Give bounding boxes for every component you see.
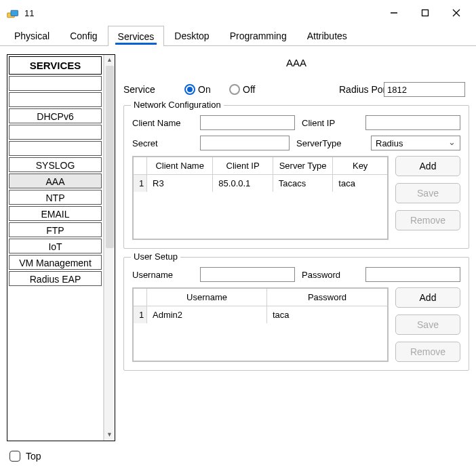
sidebar-item-ntp[interactable]: NTP xyxy=(9,190,102,205)
radio-off-icon xyxy=(229,84,240,95)
nc-col-key: Key xyxy=(333,157,387,174)
scroll-down-icon[interactable]: ▼ xyxy=(104,430,115,441)
nc-col-server-type: Server Type xyxy=(273,157,334,174)
tab-attributes[interactable]: Attributes xyxy=(297,25,357,45)
nc-row-idx: 1 xyxy=(134,175,147,192)
password-input[interactable] xyxy=(365,267,460,282)
sidebar-item-radius-eap[interactable]: Radius EAP xyxy=(9,271,102,286)
tab-physical[interactable]: Physical xyxy=(4,25,60,45)
svg-rect-3 xyxy=(422,10,429,16)
sidebar-item-dhcpv6[interactable]: DHCPv6 xyxy=(9,108,102,123)
tab-programming[interactable]: Programming xyxy=(220,25,297,45)
sidebar-item-vm-management[interactable]: VM Management xyxy=(9,255,102,270)
radius-port-label: Radius Port xyxy=(339,84,380,95)
scroll-up-icon[interactable]: ▲ xyxy=(104,55,115,66)
client-name-label: Client Name xyxy=(132,118,193,128)
user-setup-legend: User Setup xyxy=(131,251,180,262)
nc-add-button[interactable]: Add xyxy=(395,156,460,176)
tab-services[interactable]: Services xyxy=(108,26,165,46)
username-label: Username xyxy=(132,270,193,280)
us-row-idx: 1 xyxy=(134,306,147,323)
table-row[interactable]: 1 R3 85.0.0.1 Tacacs taca xyxy=(134,175,387,192)
window-title: 11 xyxy=(24,8,34,18)
radius-port-input[interactable]: 1812 xyxy=(384,82,465,97)
nc-row-client-ip: 85.0.0.1 xyxy=(213,175,273,192)
client-ip-label: Client IP xyxy=(302,118,359,128)
top-checkbox[interactable] xyxy=(9,451,20,462)
tab-bar: Physical Config Services Desktop Program… xyxy=(0,26,476,46)
us-save-button[interactable]: Save xyxy=(395,314,460,335)
us-row-password: taca xyxy=(267,306,387,323)
server-type-label: ServerType xyxy=(296,138,364,148)
us-col-username: Username xyxy=(147,289,267,306)
nc-row-client-name: R3 xyxy=(147,175,213,192)
service-on-label: On xyxy=(198,84,211,95)
network-clients-table: Client Name Client IP Server Type Key 1 … xyxy=(132,156,389,240)
password-label: Password xyxy=(302,270,359,280)
us-add-button[interactable]: Add xyxy=(395,287,460,308)
service-off-label: Off xyxy=(243,84,255,95)
users-table: Username Password 1 Admin2 taca xyxy=(132,287,389,362)
sidebar-item-blank-1[interactable] xyxy=(9,76,102,91)
panel-title: AAA xyxy=(123,54,469,74)
services-sidebar: SERVICES DHCPv6 SYSLOG AAA NTP EMAIL FTP… xyxy=(7,54,115,441)
server-type-select[interactable]: Radius xyxy=(371,136,460,150)
service-on-radio[interactable]: On xyxy=(184,84,225,95)
nc-col-client-name: Client Name xyxy=(147,157,213,174)
maximize-button[interactable] xyxy=(410,3,441,23)
app-icon xyxy=(7,7,19,19)
nc-col-rownum xyxy=(134,157,147,174)
top-checkbox-label: Top xyxy=(26,451,41,462)
service-label: Service xyxy=(123,84,180,95)
scroll-thumb[interactable] xyxy=(106,66,114,248)
nc-row-server-type: Tacacs xyxy=(273,175,334,192)
user-setup-group: User Setup Username Password Username Pa… xyxy=(123,257,469,371)
nc-row-key: taca xyxy=(333,175,387,192)
sidebar-header: SERVICES xyxy=(9,56,102,75)
nc-remove-button[interactable]: Remove xyxy=(395,210,460,230)
sidebar-item-blank-2[interactable] xyxy=(9,92,102,107)
client-name-input[interactable] xyxy=(200,115,295,130)
nc-save-button[interactable]: Save xyxy=(395,183,460,203)
username-input[interactable] xyxy=(200,267,295,282)
minimize-button[interactable] xyxy=(378,3,410,23)
sidebar-item-blank-4[interactable] xyxy=(9,141,102,156)
us-col-password: Password xyxy=(267,289,387,306)
us-col-rownum xyxy=(134,289,147,306)
sidebar-item-ftp[interactable]: FTP xyxy=(9,222,102,237)
svg-rect-1 xyxy=(11,10,18,16)
client-ip-input[interactable] xyxy=(365,115,460,130)
close-button[interactable] xyxy=(441,3,472,23)
sidebar-item-blank-3[interactable] xyxy=(9,125,102,140)
tab-services-label: Services xyxy=(118,31,155,42)
sidebar-item-iot[interactable]: IoT xyxy=(9,239,102,253)
secret-input[interactable] xyxy=(200,136,290,150)
tab-config[interactable]: Config xyxy=(60,25,107,45)
sidebar-item-aaa[interactable]: AAA xyxy=(9,174,102,188)
us-row-username: Admin2 xyxy=(147,306,267,323)
radio-on-icon xyxy=(184,84,195,95)
secret-label: Secret xyxy=(132,138,193,148)
sidebar-item-syslog[interactable]: SYSLOG xyxy=(9,157,102,172)
table-row[interactable]: 1 Admin2 taca xyxy=(134,306,387,323)
sidebar-scrollbar[interactable]: ▲ ▼ xyxy=(104,55,115,441)
nc-col-client-ip: Client IP xyxy=(213,157,273,174)
sidebar-item-email[interactable]: EMAIL xyxy=(9,206,102,221)
tab-desktop[interactable]: Desktop xyxy=(164,25,219,45)
service-off-radio[interactable]: Off xyxy=(229,84,270,95)
network-configuration-legend: Network Configuration xyxy=(131,100,224,110)
network-configuration-group: Network Configuration Client Name Client… xyxy=(123,105,469,249)
us-remove-button[interactable]: Remove xyxy=(395,342,460,362)
